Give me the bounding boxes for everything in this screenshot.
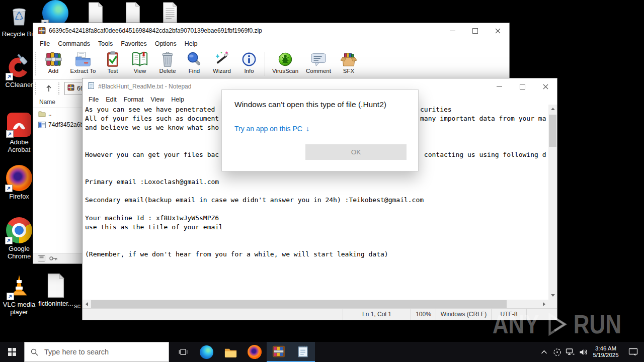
name-column-header[interactable]: Name [39, 99, 55, 106]
winrar-toolbar-test[interactable]: Test [100, 50, 126, 74]
winrar-menubar: File Commands Tools Favorites Options He… [33, 38, 509, 49]
firefox-icon [248, 345, 262, 359]
task-view-button[interactable] [171, 342, 195, 362]
tray-volume-icon[interactable] [577, 342, 590, 362]
address-grip [35, 82, 40, 95]
maximize-button[interactable] [464, 23, 487, 38]
winrar-toolbar-info[interactable]: Info [236, 50, 262, 74]
desktop-icon-fiction-file[interactable]: fictioninter... [38, 273, 73, 307]
winrar-menu-help[interactable]: Help [181, 40, 202, 47]
winrar-toolbar-delete[interactable]: Delete [154, 50, 181, 74]
action-center-button[interactable] [622, 342, 644, 362]
taskbar-clock[interactable]: 3:46 AM 5/19/2025 [590, 345, 622, 358]
notepad-menu-format[interactable]: Format [120, 96, 147, 103]
close-button[interactable] [487, 23, 509, 38]
winrar-toolbar-comment[interactable]: Comment [302, 50, 335, 74]
scrollbar-corner [548, 300, 557, 309]
line-right: curities [420, 106, 452, 113]
taskbar-winrar-active[interactable] [267, 342, 291, 362]
cursor-position: Ln 1, Col 1 [343, 309, 411, 320]
scroll-down-button[interactable] [548, 291, 557, 300]
toolbar-label: View [134, 68, 146, 74]
winrar-title: 6639c5e42418fa8caf0dee6d4516984842cda2bf… [49, 27, 262, 34]
toolbar-label: Extract To [70, 68, 96, 74]
scroll-up-button[interactable] [548, 105, 557, 113]
ok-button[interactable]: OK [305, 144, 407, 160]
start-button[interactable] [0, 342, 24, 362]
shortcut-arrow-icon [5, 237, 13, 244]
winrar-toolbar-sfx[interactable]: SFX [335, 50, 363, 74]
toolbar-label: VirusScan [272, 68, 298, 74]
taskbar-edge[interactable] [194, 342, 218, 362]
notepad-window-controls [488, 78, 557, 95]
winrar-toolbar-extract[interactable]: Extract To [66, 50, 100, 74]
close-button[interactable] [534, 78, 557, 95]
try-app-link[interactable]: Try an app on this PC ↓ [234, 125, 309, 133]
notepad-menu-file[interactable]: File [85, 96, 102, 103]
desktop-icon-label: VLC media player [0, 301, 38, 316]
desktop-icon-vlc[interactable]: VLC media player [0, 273, 38, 316]
task-view-icon [178, 347, 188, 357]
desktop-icon-text-file[interactable] [158, 2, 182, 23]
text-file-icon [161, 2, 179, 23]
winrar-menu-file[interactable]: File [36, 40, 54, 47]
tray-network-icon[interactable] [564, 342, 577, 362]
notepad-menu-view[interactable]: View [147, 96, 168, 103]
delete-icon [159, 51, 176, 68]
line-left: use this as the title of your email [85, 223, 223, 231]
winrar-toolbar-add[interactable]: Add [40, 50, 66, 74]
winrar-menu-options[interactable]: Options [151, 40, 181, 47]
taskbar-search[interactable] [24, 342, 169, 362]
file-explorer-icon [224, 345, 237, 359]
taskbar-notepad-active[interactable] [291, 342, 315, 362]
scroll-right-button[interactable] [540, 300, 548, 309]
taskbar-file-explorer[interactable] [218, 342, 243, 362]
horizontal-scroll-thumb[interactable] [91, 300, 507, 308]
try-app-link-text: Try an app on this PC [234, 125, 302, 133]
notepad-menu-edit[interactable]: Edit [102, 96, 120, 103]
desktop-icon-recycle-bin[interactable]: Recycle Bin [1, 3, 37, 38]
shortcut-arrow-icon [7, 293, 14, 300]
horizontal-scrollbar[interactable] [83, 300, 548, 309]
winrar-toolbar-wizard[interactable]: Wizard [207, 50, 236, 74]
winrar-menu-commands[interactable]: Commands [54, 40, 94, 47]
wizard-icon [213, 51, 230, 68]
maximize-button[interactable] [511, 78, 534, 95]
file-name: 74df3452a6b9 [48, 121, 87, 128]
text-line: Secondary email(backup email in case we … [85, 196, 548, 205]
line-left: (Remember, if we don't hear from you for… [85, 250, 388, 258]
taskbar-firefox[interactable] [243, 342, 267, 362]
desktop-icon-file-1[interactable] [84, 2, 108, 23]
desktop-icon-file-2[interactable] [121, 2, 145, 23]
tray-chevron-up[interactable] [537, 342, 550, 362]
winrar-menu-tools[interactable]: Tools [94, 40, 117, 47]
winrar-toolbar-view[interactable]: View [126, 50, 154, 74]
notepad-menu-help[interactable]: Help [168, 96, 188, 103]
winrar-toolbar-virusscan[interactable]: VirusScan [268, 50, 302, 74]
line-left: Your machine Id : xf8Ux1wJyW5sMPZ6 [85, 214, 219, 222]
winrar-titlebar[interactable]: 6639c5e42418fa8caf0dee6d4516984842cda2bf… [33, 23, 509, 38]
taskbar: 3:46 AM 5/19/2025 [0, 342, 644, 362]
notepad-app-icon [296, 345, 309, 358]
winrar-toolbar-find[interactable]: Find [181, 50, 207, 74]
minimize-button[interactable] [441, 23, 464, 38]
test-icon [104, 51, 121, 68]
search-input[interactable] [43, 347, 146, 356]
desktop-icon-ccleaner[interactable]: CCleaner [1, 51, 37, 88]
toolbar-label: Info [244, 68, 254, 74]
vertical-scroll-thumb[interactable] [549, 115, 556, 147]
minimize-button[interactable] [488, 78, 511, 95]
desktop-icon-label: Recycle Bin [1, 30, 37, 38]
tray-status-circle-icon[interactable] [550, 342, 564, 362]
line-left: and believe we us we know what sho [85, 124, 219, 131]
add-icon [45, 51, 62, 68]
text-line [85, 187, 548, 196]
winrar-menu-favorites[interactable]: Favorites [117, 40, 150, 47]
down-arrow-icon: ↓ [306, 125, 309, 133]
file-icon [124, 2, 142, 23]
up-directory-button[interactable] [42, 82, 55, 95]
vertical-scrollbar[interactable] [548, 105, 557, 300]
comment-icon [310, 51, 327, 68]
toolbar-label: Find [189, 68, 200, 74]
scroll-left-button[interactable] [83, 300, 91, 309]
